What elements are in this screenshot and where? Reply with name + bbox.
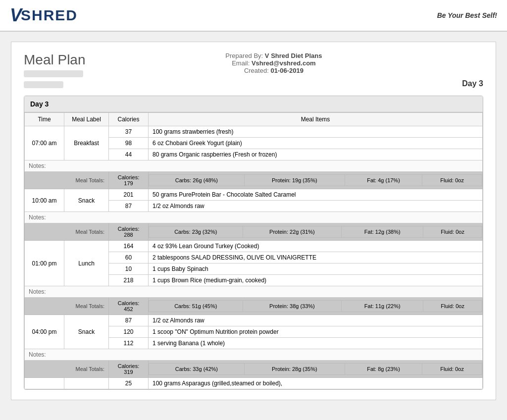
item-calories: 201	[109, 189, 149, 201]
totals-macro-cell: Fat: 12g (38%)	[342, 226, 423, 238]
totals-macro-cell: Fluid: 0oz	[422, 364, 482, 375]
page-title: Meal Plan	[24, 52, 86, 68]
meal-table: Time Meal Label Calories Meal Items 07:0…	[24, 112, 483, 389]
meal-time: 01:00 pm	[25, 241, 64, 286]
meal-time	[25, 378, 64, 389]
th-calories: Calories	[109, 113, 149, 126]
item-description: 80 grams Organic raspberries (Fresh or f…	[149, 149, 483, 160]
th-meal-items: Meal Items	[149, 113, 483, 126]
table-header-row: Time Meal Label Calories Meal Items	[25, 113, 483, 126]
table-row: 25100 grams Asparagus (grilled,steamed o…	[25, 378, 483, 389]
prepared-by-label: Prepared By:	[225, 52, 263, 59]
item-calories: 218	[109, 275, 149, 286]
totals-macro-cell: Protein: 19g (35%)	[244, 175, 345, 186]
item-description: 100 grams strawberries (fresh)	[149, 126, 483, 138]
table-row: 01:00 pmLunch1644 oz 93% Lean Ground Tur…	[25, 241, 483, 252]
totals-calories: Calories: 179	[109, 172, 149, 189]
email-value: Vshred@vshred.com	[252, 59, 316, 67]
totals-macros: Carbs: 26g (48%)Protein: 19g (35%)Fat: 4…	[149, 172, 483, 189]
day-label-right: Day 3	[462, 79, 483, 88]
item-description: 6 oz Chobani Greek Yogurt (plain)	[149, 138, 483, 149]
totals-macro-cell: Protein: 28g (35%)	[244, 364, 345, 375]
totals-calories: Calories: 288	[109, 223, 149, 241]
meal-label: Snack	[64, 189, 109, 212]
table-row: 04:00 pmSnack871/2 oz Almonds raw	[25, 315, 483, 326]
item-calories: 60	[109, 252, 149, 263]
notes-row: Notes:	[25, 212, 483, 223]
totals-macro-cell: Carbs: 23g (32%)	[149, 226, 243, 238]
notes-cell: Notes:	[25, 212, 483, 223]
item-calories: 10	[109, 263, 149, 275]
logo: V SHRED	[10, 5, 78, 26]
page-header: V SHRED Be Your Best Self!	[0, 0, 507, 32]
totals-macro-cell: Fluid: 0oz	[422, 175, 482, 186]
email-row: Email: Vshred@vshred.com	[225, 59, 322, 67]
item-description: 50 grams PureProtein Bar - Chocolate Sal…	[149, 189, 483, 201]
totals-macro-cell: Carbs: 51g (45%)	[149, 301, 243, 312]
item-calories: 98	[109, 138, 149, 149]
item-description: 1 serving Banana (1 whole)	[149, 338, 483, 349]
notes-row: Notes:	[25, 160, 483, 172]
totals-label: Meal Totals:	[25, 361, 109, 378]
totals-macro-cell: Fluid: 0oz	[423, 226, 482, 238]
totals-label: Meal Totals:	[25, 298, 109, 315]
prepared-by-value: V Shred Diet Plans	[265, 52, 322, 59]
notes-cell: Notes:	[25, 286, 483, 298]
item-description: 1 cups Baby Spinach	[149, 263, 483, 275]
notes-cell: Notes:	[25, 349, 483, 361]
blurred-name	[24, 70, 83, 77]
totals-macro-cell: Protein: 22g (31%)	[243, 226, 342, 238]
totals-row: Meal Totals:Calories: 288Carbs: 23g (32%…	[25, 223, 483, 241]
totals-macro-cell: Fat: 11g (22%)	[342, 301, 423, 312]
totals-label: Meal Totals:	[25, 223, 109, 241]
item-calories: 37	[109, 126, 149, 138]
totals-macros: Carbs: 51g (45%)Protein: 38g (33%)Fat: 1…	[149, 298, 483, 315]
totals-macro-cell: Carbs: 33g (42%)	[149, 364, 245, 375]
th-time: Time	[25, 113, 64, 126]
notes-row: Notes:	[25, 349, 483, 361]
meal-time: 07:00 am	[25, 126, 64, 160]
totals-macro-cell: Fluid: 0oz	[423, 301, 482, 312]
th-meal-label: Meal Label	[64, 113, 109, 126]
item-calories: 25	[109, 378, 149, 389]
meal-label: Breakfast	[64, 126, 109, 160]
created-row: Created: 01-06-2019	[225, 67, 322, 74]
totals-calories: Calories: 319	[109, 361, 149, 378]
table-row: 07:00 amBreakfast37100 grams strawberrie…	[25, 126, 483, 138]
item-calories: 164	[109, 241, 149, 252]
email-label: Email:	[232, 59, 250, 67]
totals-row: Meal Totals:Calories: 452Carbs: 51g (45%…	[25, 298, 483, 315]
title-section: Meal Plan	[24, 52, 86, 88]
item-calories: 112	[109, 338, 149, 349]
blurred-info	[24, 81, 63, 88]
item-description: 1 cups Brown Rice (medium-grain, cooked)	[149, 275, 483, 286]
day-box: Day 3 Time Meal Label Calories Meal Item…	[24, 96, 483, 390]
item-description: 4 oz 93% Lean Ground Turkey (Cooked)	[149, 241, 483, 252]
top-section: Meal Plan Prepared By: V Shred Diet Plan…	[24, 52, 483, 88]
totals-macros: Carbs: 23g (32%)Protein: 22g (31%)Fat: 1…	[149, 223, 483, 241]
totals-calories: Calories: 452	[109, 298, 149, 315]
item-calories: 87	[109, 201, 149, 212]
created-label: Created:	[244, 67, 269, 74]
item-description: 100 grams Asparagus (grilled,steamed or …	[149, 378, 483, 389]
totals-macro-cell: Protein: 38g (33%)	[243, 301, 342, 312]
main-page: Meal Plan Prepared By: V Shred Diet Plan…	[11, 42, 496, 400]
item-calories: 120	[109, 326, 149, 338]
notes-row: Notes:	[25, 286, 483, 298]
item-description: 1/2 oz Almonds raw	[149, 201, 483, 212]
meal-label: Lunch	[64, 241, 109, 286]
logo-v: V	[10, 5, 21, 26]
meal-label: Snack	[64, 315, 109, 349]
item-calories: 44	[109, 149, 149, 160]
prepared-by-row: Prepared By: V Shred Diet Plans	[225, 52, 322, 59]
notes-cell: Notes:	[25, 160, 483, 172]
logo-shred: SHRED	[21, 7, 78, 24]
item-description: 1/2 oz Almonds raw	[149, 315, 483, 326]
totals-label: Meal Totals:	[25, 172, 109, 189]
totals-macro-cell: Fat: 8g (23%)	[345, 364, 422, 375]
prepared-info: Prepared By: V Shred Diet Plans Email: V…	[225, 52, 322, 88]
totals-row: Meal Totals:Calories: 179Carbs: 26g (48%…	[25, 172, 483, 189]
totals-macros: Carbs: 33g (42%)Protein: 28g (35%)Fat: 8…	[149, 361, 483, 378]
created-value: 01-06-2019	[270, 67, 304, 74]
table-row: 10:00 amSnack20150 grams PureProtein Bar…	[25, 189, 483, 201]
